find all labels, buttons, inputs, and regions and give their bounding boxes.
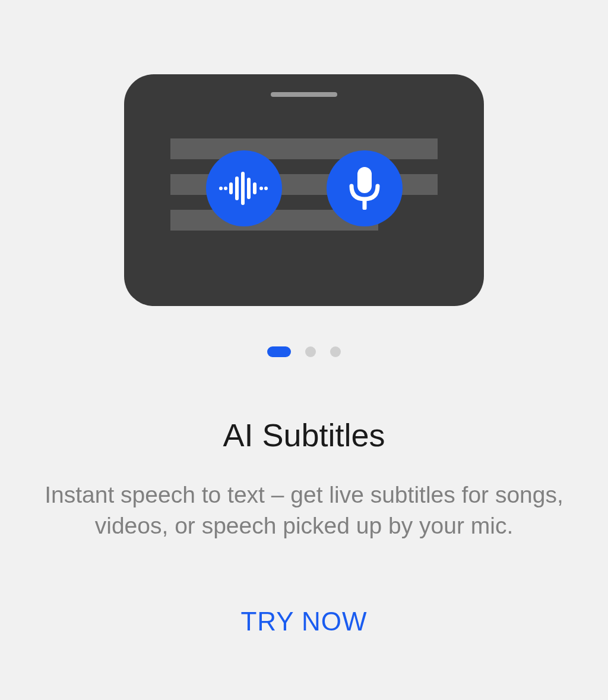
carousel-pagination <box>267 346 341 357</box>
feature-illustration <box>124 74 484 306</box>
svg-rect-6 <box>253 182 256 194</box>
svg-point-7 <box>259 187 263 190</box>
svg-rect-9 <box>357 167 372 193</box>
svg-point-0 <box>219 187 223 190</box>
svg-rect-2 <box>229 182 233 194</box>
svg-rect-3 <box>235 176 239 200</box>
feature-title: AI Subtitles <box>36 417 572 453</box>
pagination-dot-1[interactable] <box>267 346 291 357</box>
feature-description: Instant speech to text – get live subtit… <box>36 480 572 541</box>
pagination-dot-2[interactable] <box>305 346 316 357</box>
svg-point-1 <box>224 187 227 190</box>
microphone-icon <box>327 150 403 226</box>
svg-point-8 <box>264 187 268 190</box>
svg-rect-10 <box>362 199 366 210</box>
subtitle-lines-illustration <box>170 138 438 245</box>
try-now-button[interactable]: TRY NOW <box>240 607 367 636</box>
svg-rect-4 <box>241 172 245 205</box>
feature-content: AI Subtitles Instant speech to text – ge… <box>0 417 608 541</box>
pagination-dot-3[interactable] <box>330 346 341 357</box>
svg-rect-5 <box>247 178 251 199</box>
waveform-icon <box>206 150 282 226</box>
device-notch <box>271 92 337 97</box>
